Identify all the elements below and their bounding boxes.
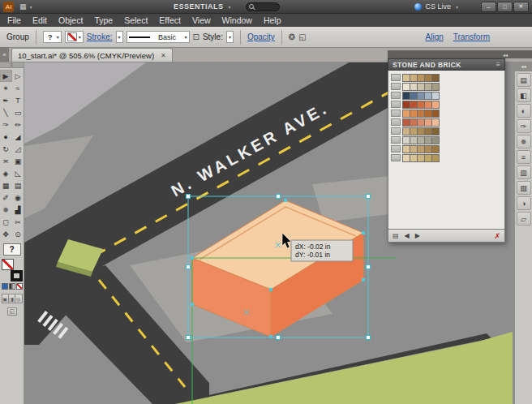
symbol-sprayer-tool[interactable]: ✵ [0,204,12,216]
selection-handle[interactable] [187,336,191,340]
fill-color-dropdown[interactable]: ? ▾ [43,31,62,43]
color-swatch[interactable] [431,127,440,135]
minimize-button[interactable]: – [481,2,496,12]
stroke-weight-dropdown[interactable]: ▾ [116,31,123,43]
none-button[interactable] [16,283,23,290]
direct-selection-tool[interactable]: ▷ [12,70,24,82]
blob-brush-tool[interactable]: ● [0,131,12,143]
variable-width-icon[interactable]: ⊡ [193,32,200,41]
selection-tool[interactable]: ▶ [0,70,12,82]
draw-behind-button[interactable]: ◨ [9,294,15,303]
cs-live-button[interactable]: CS Live ▾ [414,2,460,11]
menu-item[interactable]: Edit [27,15,53,26]
close-button[interactable]: ✕ [513,2,529,12]
tools-panel-grip[interactable]: ≡ [0,62,24,68]
pencil-tool[interactable]: ✏ [12,118,24,131]
shape-builder-tool[interactable]: ◈ [0,167,12,179]
color-swatch[interactable] [431,154,440,162]
restore-button[interactable]: □ [497,2,513,12]
pen-tool[interactable]: ✒ [0,94,12,106]
transform-link[interactable]: Transform [453,32,490,41]
selection-handle[interactable] [277,336,281,340]
anchor-point[interactable] [269,335,272,338]
close-tab-icon[interactable]: ✕ [161,52,166,59]
menu-item[interactable]: Select [118,15,153,26]
menu-item[interactable]: View [187,15,217,26]
anchor-point[interactable] [191,303,194,306]
selection-handle[interactable] [277,195,281,199]
swatch-folder-icon[interactable] [391,118,401,126]
color-swatch[interactable] [431,118,440,127]
search-input[interactable] [246,2,280,11]
lasso-tool[interactable]: ≈ [12,82,24,94]
anchor-point[interactable] [362,278,365,282]
type-tool[interactable]: T [12,94,24,106]
gradient-button[interactable] [9,283,15,290]
selection-handle[interactable] [367,265,371,269]
menu-item[interactable]: File [2,15,27,26]
swatch-folder-icon[interactable] [391,92,401,99]
swatch-folder-icon[interactable] [391,101,401,108]
color-swatch[interactable] [431,110,440,118]
isolate-selection-icon[interactable]: ◱ [298,32,306,41]
stroke-panel-link[interactable]: Stroke: [87,32,113,41]
column-graph-tool[interactable]: ▟ [12,204,24,216]
menu-item[interactable]: Effect [153,15,187,26]
gradient-tool[interactable]: ▤ [12,179,24,191]
document-tab[interactable]: 10_start.ai* @ 505.6% (CMYK/Preview) ✕ [11,48,173,62]
color-button[interactable] [2,283,8,290]
selection-handle[interactable] [187,265,191,269]
menu-item[interactable]: Window [217,15,258,26]
swatch-folder-icon[interactable] [391,136,401,144]
screen-mode-button[interactable]: ◱ [7,307,17,316]
next-library-icon[interactable]: ▶ [415,232,420,239]
blend-tool[interactable]: ◉ [12,191,24,204]
eyedropper-tool[interactable]: ✐ [0,191,12,204]
swatch-folder-icon[interactable] [391,110,401,117]
workspace-switcher[interactable]: ESSENTIALS ▾ [169,2,238,11]
opacity-link[interactable]: Opacity [247,32,275,41]
eraser-tool[interactable]: ◢ [12,131,24,143]
delete-swatch-icon[interactable]: ✗ [494,232,500,240]
swatch-folder-icon[interactable] [391,74,401,81]
menu-item[interactable]: Help [258,15,287,26]
color-swatch[interactable] [431,92,440,100]
stroke-swatch-box[interactable] [11,270,23,282]
anchor-point[interactable] [284,199,287,202]
anchor-point[interactable] [191,256,194,260]
panel-header[interactable]: STONE AND BRICK ≡ [388,58,505,71]
arrange-documents-icon[interactable]: ▦ [19,2,27,11]
panel-menu-icon[interactable]: ≡ [496,61,500,68]
selection-handle[interactable] [187,195,191,199]
swatch-folder-icon[interactable] [391,145,401,153]
paintbrush-tool[interactable]: ✑ [0,118,12,131]
style-dropdown[interactable]: ▾ [226,31,234,43]
anchor-point[interactable] [362,231,365,234]
swatch-libraries-icon[interactable]: ▤ [393,232,399,239]
hand-tool[interactable]: ✥ [0,228,12,240]
rectangle-tool[interactable]: ▭ [12,106,24,118]
mesh-tool[interactable]: ▦ [0,179,12,191]
collapse-panel-icon[interactable]: « [0,47,9,62]
brush-definition-dropdown[interactable]: Basic ▾ [127,31,190,43]
prev-library-icon[interactable]: ◀ [405,232,410,239]
collapse-panel-icon[interactable]: ◂◂ [503,52,508,58]
draw-normal-button[interactable]: ▣ [2,294,9,303]
unknown-tool-button[interactable]: ? [3,243,21,256]
stroke-color-dropdown[interactable]: ▾ [65,31,84,43]
color-swatch[interactable] [431,101,440,109]
anchor-point[interactable] [269,288,272,291]
color-swatch[interactable] [431,145,440,153]
menu-item[interactable]: Object [53,15,88,26]
align-link[interactable]: Align [426,32,444,41]
selection-handle[interactable] [367,336,371,340]
swatch-folder-icon[interactable] [391,127,401,135]
scale-tool[interactable]: ◿ [12,143,24,155]
artboard-tool[interactable]: ◻ [0,216,12,228]
color-swatch[interactable] [431,136,440,144]
recolor-artwork-icon[interactable]: ❂ [289,32,295,41]
fill-swatch-box[interactable] [2,259,14,270]
selection-handle[interactable] [367,195,371,199]
color-swatch[interactable] [431,74,440,82]
width-tool[interactable]: ≍ [0,155,12,167]
